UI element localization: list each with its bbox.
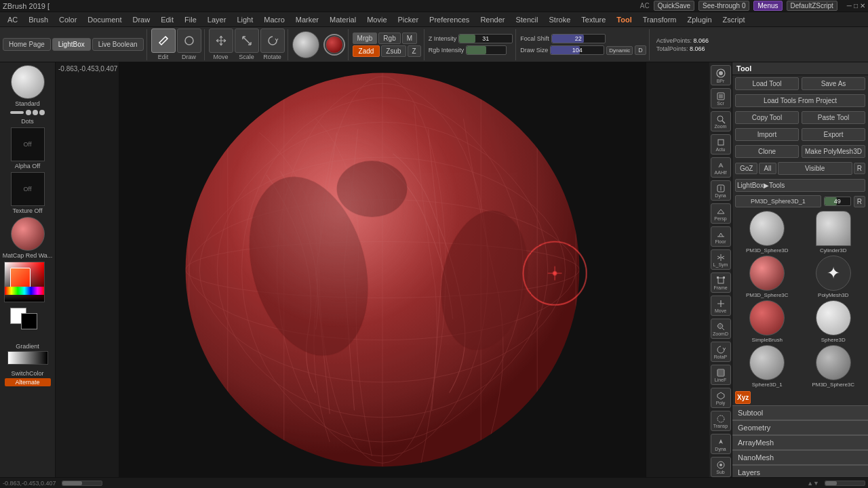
zsub-button[interactable]: Zsub bbox=[381, 45, 406, 57]
material-ring[interactable] bbox=[323, 34, 345, 56]
rotate-button[interactable] bbox=[260, 28, 285, 53]
tool-cylinder3d[interactable]: Cylinder3D bbox=[802, 211, 866, 253]
r-button[interactable]: R bbox=[854, 163, 865, 174]
color-picker[interactable] bbox=[4, 262, 52, 302]
seethrough-button[interactable]: See-through 0 bbox=[698, 1, 749, 11]
frame-button[interactable]: Frame bbox=[711, 272, 731, 293]
zoom-button[interactable]: Zoom bbox=[711, 111, 731, 131]
menu-document[interactable]: Document bbox=[83, 14, 126, 25]
move-button[interactable] bbox=[209, 28, 233, 53]
menu-movie[interactable]: Movie bbox=[362, 14, 391, 25]
menus-button[interactable]: Menus bbox=[753, 1, 782, 11]
menu-picker[interactable]: Picker bbox=[393, 14, 424, 25]
minimize-icon[interactable]: ─ bbox=[847, 2, 852, 9]
scale-button[interactable] bbox=[235, 28, 259, 53]
menu-draw[interactable]: Draw bbox=[127, 14, 155, 25]
export-button-top[interactable]: Export bbox=[802, 128, 865, 141]
persp-button[interactable]: Persp bbox=[711, 203, 731, 224]
current-tool-slider[interactable]: 49 bbox=[824, 197, 851, 206]
current-tool-button[interactable]: PM3D_Sphere3D_1 bbox=[735, 195, 821, 207]
maximize-icon[interactable]: □ bbox=[854, 2, 858, 9]
paste-tool-button[interactable]: Paste Tool bbox=[802, 111, 865, 124]
menu-marker[interactable]: Marker bbox=[291, 14, 323, 25]
menu-stencil[interactable]: Stencil bbox=[511, 14, 542, 25]
bg-color-swatch[interactable] bbox=[21, 313, 37, 329]
menu-zscript[interactable]: Zscript bbox=[718, 14, 750, 25]
copy-tool-button[interactable]: Copy Tool bbox=[735, 111, 799, 124]
actual-button[interactable]: Actu bbox=[711, 134, 731, 155]
zadd-button[interactable]: Zadd bbox=[353, 45, 380, 57]
xyz-button[interactable]: Xyz bbox=[735, 391, 751, 404]
tool-pm3d-sphere3c2[interactable]: PM3D_Sphere3C bbox=[802, 345, 866, 388]
z-intensity-slider[interactable]: 31 bbox=[458, 34, 513, 43]
aahlf-button[interactable]: AAHlf bbox=[711, 157, 731, 178]
menu-light[interactable]: Light bbox=[232, 14, 258, 25]
defaultzscript-button[interactable]: DefaultZScript bbox=[787, 1, 837, 11]
menu-preferences[interactable]: Preferences bbox=[425, 14, 474, 25]
mrgb-button[interactable]: Mrgb bbox=[353, 33, 378, 44]
dynamic-btn[interactable]: Dyna bbox=[711, 180, 731, 201]
floor-button[interactable]: Floor bbox=[711, 226, 731, 247]
brush-selector[interactable]: Standard bbox=[2, 65, 54, 107]
dynamic2-button[interactable]: Dyna bbox=[711, 434, 731, 454]
all-button[interactable]: All bbox=[759, 163, 776, 174]
transp-button[interactable]: Transp bbox=[711, 411, 731, 431]
alpha-selector[interactable]: Off Alpha Off bbox=[2, 127, 54, 169]
matcap-selector[interactable]: MatCap Red Wa... bbox=[2, 217, 54, 259]
close-icon[interactable]: ✕ bbox=[860, 2, 865, 9]
subtool-section[interactable]: Subtool bbox=[732, 405, 868, 420]
visible-button[interactable]: Visible bbox=[778, 162, 852, 175]
load-tool-button[interactable]: Load Tool bbox=[735, 77, 799, 90]
tool-polymesh3d[interactable]: ✦ PolyMesh3D bbox=[802, 256, 866, 298]
menu-edit[interactable]: Edit bbox=[156, 14, 178, 25]
focal-shift-slider[interactable]: 22 bbox=[551, 34, 606, 43]
load-tools-button[interactable]: Load Tools From Project bbox=[735, 94, 865, 107]
draw-size-slider[interactable]: 104 bbox=[550, 45, 604, 55]
menu-file[interactable]: File bbox=[180, 14, 201, 25]
layers-section[interactable]: Layers bbox=[732, 465, 868, 477]
nanomesh-section[interactable]: NanoMesh bbox=[732, 450, 868, 465]
d-button[interactable]: D bbox=[635, 45, 646, 55]
poly-button[interactable]: Poly bbox=[711, 388, 731, 408]
dynamic-button[interactable]: Dynamic bbox=[606, 46, 633, 55]
stroke-line1[interactable] bbox=[10, 111, 24, 114]
homepage-tab[interactable]: Home Page bbox=[3, 38, 51, 51]
save-as-button[interactable]: Save As bbox=[802, 77, 865, 90]
linefill-button[interactable]: LineF bbox=[711, 365, 731, 385]
m-button[interactable]: M bbox=[402, 33, 417, 44]
zoomd3d-button[interactable]: ZoomD bbox=[711, 319, 731, 339]
bottom-track-right[interactable] bbox=[825, 481, 865, 486]
rgb-button[interactable]: Rgb bbox=[378, 33, 400, 44]
boolean-tab[interactable]: Live Boolean bbox=[92, 38, 144, 51]
rgb-intensity-slider[interactable] bbox=[466, 45, 507, 55]
menu-stroke[interactable]: Stroke bbox=[544, 14, 575, 25]
texture-selector[interactable]: Off Texture Off bbox=[2, 172, 54, 214]
draw-button[interactable] bbox=[177, 28, 201, 53]
goz-button[interactable]: GoZ bbox=[735, 163, 757, 174]
edit-button[interactable] bbox=[151, 28, 176, 53]
tool-sphere3d1[interactable]: Sphere3D_1 bbox=[735, 345, 800, 388]
menu-tool[interactable]: Tool bbox=[612, 14, 636, 25]
arraymesh-section[interactable]: ArrayMesh bbox=[732, 435, 868, 450]
clone-button[interactable]: Clone bbox=[735, 145, 799, 158]
import-button-top[interactable]: Import bbox=[735, 128, 799, 141]
menu-zplugin[interactable]: Zplugin bbox=[682, 14, 716, 25]
tool-sphere3d[interactable]: Sphere3D bbox=[802, 300, 866, 343]
canvas-area[interactable]: -0.863,-0.453,0.407 bbox=[56, 62, 709, 477]
bottom-track-left[interactable] bbox=[62, 481, 102, 486]
lsym-button[interactable]: L_Sym bbox=[711, 249, 731, 270]
bpr-button[interactable]: BPr bbox=[711, 65, 731, 85]
menu-macro[interactable]: Macro bbox=[259, 14, 290, 25]
menu-layer[interactable]: Layer bbox=[203, 14, 231, 25]
lightbox-tab[interactable]: LightBox bbox=[52, 38, 91, 51]
make-polymesh-button[interactable]: Make PolyMesh3D bbox=[802, 145, 865, 158]
gradient-preview[interactable] bbox=[7, 351, 48, 365]
sections-list[interactable]: Subtool Geometry ArrayMesh NanoMesh Laye… bbox=[732, 405, 868, 477]
color-gradient-picker[interactable] bbox=[4, 262, 45, 302]
move-3d-button[interactable]: Move bbox=[711, 296, 731, 316]
menu-transform[interactable]: Transform bbox=[638, 14, 682, 25]
scroll-button[interactable]: Scr bbox=[711, 88, 731, 108]
rotap-button[interactable]: RotaP bbox=[711, 342, 731, 362]
alternate-button[interactable]: Alternate bbox=[5, 378, 51, 386]
r2-button[interactable]: R bbox=[854, 196, 865, 207]
